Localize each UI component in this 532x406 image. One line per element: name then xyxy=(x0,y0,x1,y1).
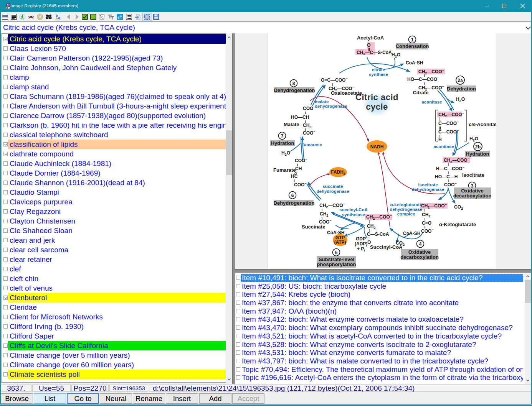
svg-text:dehydrogenase: dehydrogenase xyxy=(317,189,349,194)
svg-text:Hydration: Hydration xyxy=(466,151,489,157)
svg-text:decarboxylation: decarboxylation xyxy=(453,193,492,199)
svg-text:-Aconitate: -Aconitate xyxy=(475,122,496,127)
svg-text:phosphorylation: phosphorylation xyxy=(317,261,356,267)
svg-text:2a: 2a xyxy=(458,78,463,83)
svg-text:C—S-CoA: C—S-CoA xyxy=(367,232,389,237)
svg-text:CH2​—COO−​: CH2​—COO−​ xyxy=(319,202,345,209)
svg-text:fumarase: fumarase xyxy=(302,142,322,147)
svg-text:(ADP): (ADP) xyxy=(355,241,367,247)
svg-text:a: a xyxy=(58,16,60,20)
svg-text:α-ketoglutarate: α-ketoglutarate xyxy=(390,202,422,207)
svg-text:CH2​—COO−​: CH2​—COO−​ xyxy=(444,157,469,164)
svg-text:C=O: C=O xyxy=(422,220,431,226)
svg-text:Hydration: Hydration xyxy=(271,140,294,146)
svg-text:Fumarate: Fumarate xyxy=(273,167,296,173)
svg-text:dehydrogenase: dehydrogenase xyxy=(412,187,444,192)
svg-text:succinyl-CoA: succinyl-CoA xyxy=(339,207,368,212)
svg-text:CH3​—C—S-CoA: CH3​—C—S-CoA xyxy=(357,50,392,56)
svg-text:aconitase: aconitase xyxy=(433,144,454,149)
svg-text:HO—C—COO−​: HO—C—COO−​ xyxy=(407,76,439,82)
svg-text:C—COO−​: C—COO−​ xyxy=(438,120,459,126)
svg-text:cis: cis xyxy=(469,122,476,127)
svg-text:synthase: synthase xyxy=(369,72,388,77)
svg-text:CH2​—COO−​: CH2​—COO−​ xyxy=(366,214,392,220)
svg-text:H: H xyxy=(438,137,442,142)
svg-text:synthetase: synthetase xyxy=(342,212,365,217)
svg-text:HO—C—H: HO—C—H xyxy=(435,174,458,179)
svg-text:O: O xyxy=(367,43,370,48)
svg-text:HO—CH: HO—CH xyxy=(291,115,309,120)
svg-text:complex: complex xyxy=(397,212,415,216)
svg-text:H—C—COO−​: H—C—COO−​ xyxy=(436,165,464,171)
svg-text:8: 8 xyxy=(292,81,295,86)
svg-text:Dehydration: Dehydration xyxy=(447,86,476,92)
svg-text:citrate: citrate xyxy=(372,67,385,72)
svg-text:4: 4 xyxy=(419,242,422,247)
svg-text:succinate: succinate xyxy=(322,184,343,189)
svg-text:aconitase: aconitase xyxy=(421,100,442,104)
svg-text:Dehydrogenation: Dehydrogenation xyxy=(274,200,315,206)
svg-text:7: 7 xyxy=(281,133,284,139)
svg-text:(ATP): (ATP) xyxy=(334,240,346,245)
svg-text:Succinate: Succinate xyxy=(302,224,325,230)
svg-text:Isocitrate: Isocitrate xyxy=(462,172,484,178)
svg-text:cycle: cycle xyxy=(366,102,388,112)
svg-text:5: 5 xyxy=(335,250,338,255)
svg-text:CoA-SH: CoA-SH xyxy=(406,60,423,66)
svg-text:NADH: NADH xyxy=(370,144,384,150)
svg-text:decarboxylation: decarboxylation xyxy=(400,254,439,260)
svg-text:Dehydrogenation: Dehydrogenation xyxy=(274,87,315,93)
svg-text:GDP: GDP xyxy=(356,236,366,242)
svg-text:O=C—COO−​: O=C—COO−​ xyxy=(321,77,348,83)
svg-text:Oxaloacetate: Oxaloacetate xyxy=(331,90,362,96)
svg-text:CH2​—COO−​: CH2​—COO−​ xyxy=(438,111,464,118)
svg-text:dehydrogenase: dehydrogenase xyxy=(390,207,423,212)
svg-text:malate: malate xyxy=(315,99,329,104)
svg-text:α-Ketoglutarate: α-Ketoglutarate xyxy=(439,222,476,227)
svg-text:C—COO−​: C—COO−​ xyxy=(438,128,459,135)
svg-text:Condensation: Condensation xyxy=(396,43,429,49)
svg-text:Succinyl-CoA: Succinyl-CoA xyxy=(370,244,403,250)
svg-text:2b: 2b xyxy=(475,144,481,150)
svg-text:FADH2​: FADH2​ xyxy=(331,169,345,176)
svg-text:CH2​—COO−​: CH2​—COO−​ xyxy=(418,68,444,75)
svg-text:6: 6 xyxy=(291,193,294,198)
svg-text:dehydrogenase: dehydrogenase xyxy=(315,104,347,108)
svg-text:Malate: Malate xyxy=(284,122,299,127)
svg-text:CH: CH xyxy=(295,166,302,171)
svg-text:CoA-SH: CoA-SH xyxy=(403,231,420,236)
svg-text:isocitrate: isocitrate xyxy=(418,182,438,187)
svg-text:CH2​—COO−​: CH2​—COO−​ xyxy=(421,202,447,209)
svg-text:+ Pi​: + Pi​ xyxy=(357,246,365,252)
svg-text:1: 1 xyxy=(411,37,414,43)
svg-text:Acetyl-CoA: Acetyl-CoA xyxy=(357,35,384,41)
svg-text:Citrate: Citrate xyxy=(413,90,428,95)
